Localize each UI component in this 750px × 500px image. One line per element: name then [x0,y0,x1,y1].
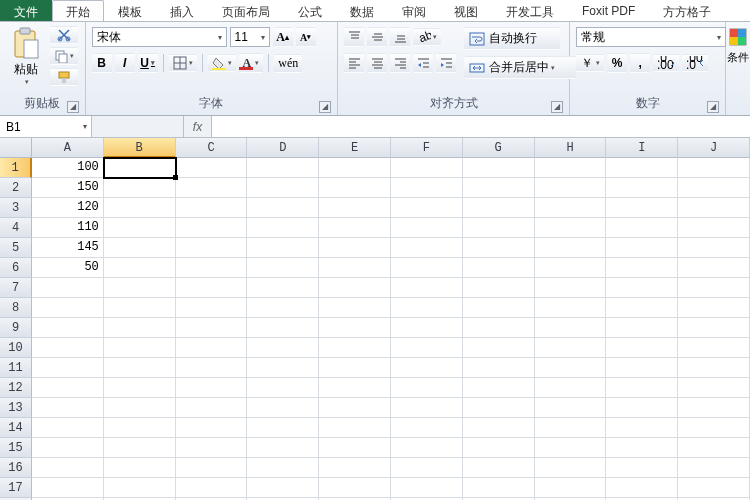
cell[interactable] [176,418,248,438]
cell[interactable] [104,418,176,438]
cell[interactable] [176,318,248,338]
column-header[interactable]: F [391,138,463,158]
cell[interactable] [391,158,463,178]
cell[interactable] [678,378,750,398]
cell[interactable] [319,318,391,338]
tab-view[interactable]: 视图 [440,0,492,21]
cell[interactable] [104,458,176,478]
cell[interactable] [247,438,319,458]
cell[interactable] [535,478,607,498]
cell[interactable] [535,438,607,458]
cell[interactable] [606,198,678,218]
cell[interactable] [463,458,535,478]
align-top-button[interactable] [344,27,364,47]
cell[interactable] [176,338,248,358]
cell[interactable] [606,158,678,178]
row-header[interactable]: 4 [0,218,32,238]
cell[interactable] [606,438,678,458]
cell[interactable] [104,338,176,358]
merge-center-button[interactable]: 合并后居中▾ [464,56,576,79]
cell[interactable] [535,358,607,378]
cell[interactable] [463,398,535,418]
font-dialog-launcher[interactable]: ◢ [319,101,331,113]
column-header[interactable]: I [606,138,678,158]
cell[interactable] [678,338,750,358]
column-header[interactable]: C [176,138,248,158]
cell[interactable] [32,318,104,338]
cell[interactable] [32,298,104,318]
cell[interactable] [176,378,248,398]
cell[interactable] [535,218,607,238]
tab-formula[interactable]: 公式 [284,0,336,21]
cell[interactable] [606,278,678,298]
cell[interactable] [319,258,391,278]
percent-button[interactable]: % [607,53,627,73]
tab-template[interactable]: 模板 [104,0,156,21]
cell[interactable] [319,238,391,258]
cell[interactable] [391,398,463,418]
cell[interactable] [319,338,391,358]
cell[interactable] [319,218,391,238]
cell[interactable] [606,258,678,278]
conditional-formatting-partial[interactable]: 条件 [726,22,750,115]
column-header[interactable]: H [535,138,607,158]
cell[interactable] [247,478,319,498]
cell[interactable] [176,158,248,178]
tab-start[interactable]: 开始 [52,0,104,21]
cell[interactable] [104,398,176,418]
align-bottom-button[interactable] [390,27,410,47]
cell[interactable] [247,198,319,218]
cell[interactable] [535,278,607,298]
column-header[interactable]: D [247,138,319,158]
cell[interactable] [247,238,319,258]
select-all-corner[interactable] [0,138,32,158]
cell[interactable] [32,458,104,478]
cell[interactable]: 100 [32,158,104,178]
cell[interactable] [606,238,678,258]
cell[interactable]: 150 [32,178,104,198]
cell[interactable] [391,418,463,438]
comma-button[interactable]: , [630,53,650,73]
cell[interactable] [247,358,319,378]
cell[interactable] [463,478,535,498]
row-header[interactable]: 5 [0,238,32,258]
cell[interactable] [606,358,678,378]
cell[interactable] [463,418,535,438]
cell[interactable] [678,158,750,178]
cell[interactable] [678,298,750,318]
align-center-button[interactable] [367,53,387,73]
fx-label[interactable]: fx [184,116,212,137]
cell[interactable] [391,358,463,378]
cell[interactable]: 110 [32,218,104,238]
cell[interactable] [247,318,319,338]
orientation-button[interactable]: ab▾ [413,28,441,46]
accounting-format-button[interactable]: ￥▾ [576,54,604,72]
align-right-button[interactable] [390,53,410,73]
wrap-text-button[interactable]: 自动换行 [464,27,560,50]
cell[interactable] [463,178,535,198]
cell[interactable] [176,258,248,278]
cell[interactable] [247,158,319,178]
cell[interactable] [104,218,176,238]
cell[interactable] [463,198,535,218]
cell[interactable] [319,378,391,398]
cell[interactable] [104,178,176,198]
cell[interactable] [606,338,678,358]
cell[interactable] [535,158,607,178]
cell[interactable] [391,378,463,398]
cell[interactable] [104,198,176,218]
cell[interactable] [104,238,176,258]
format-painter-button[interactable] [50,68,78,86]
cell[interactable] [104,158,176,178]
cell[interactable] [391,178,463,198]
cell[interactable] [535,418,607,438]
cell[interactable] [247,458,319,478]
cell[interactable] [606,478,678,498]
cell[interactable] [247,398,319,418]
cell[interactable] [319,418,391,438]
tab-data[interactable]: 数据 [336,0,388,21]
column-header[interactable]: G [463,138,535,158]
name-box[interactable]: B1▾ [0,116,92,137]
cell[interactable] [104,278,176,298]
cell[interactable] [32,418,104,438]
